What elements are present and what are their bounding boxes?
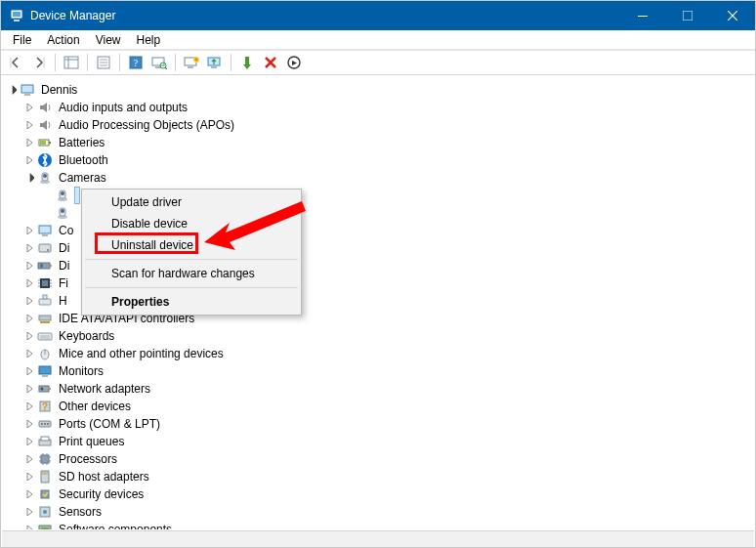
uninstall-device-button[interactable] — [260, 52, 281, 73]
expand-collapse-icon[interactable] — [21, 451, 37, 467]
category-label[interactable]: Keyboards — [57, 327, 116, 345]
expand-collapse-icon[interactable] — [21, 258, 37, 274]
menu-help[interactable]: Help — [129, 31, 169, 49]
expand-collapse-icon[interactable] — [21, 381, 37, 397]
svg-rect-22 — [211, 66, 217, 68]
update-driver-button[interactable] — [204, 52, 226, 73]
expand-collapse-icon[interactable] — [21, 399, 37, 414]
device-manager-icon — [9, 8, 24, 23]
root-node-label[interactable]: Dennis — [39, 81, 79, 99]
menu-action[interactable]: Action — [39, 31, 87, 49]
category-icon — [37, 416, 53, 432]
category-label[interactable]: Co — [57, 222, 75, 239]
category-icon — [37, 363, 53, 379]
svg-rect-4 — [683, 11, 693, 21]
toolbar: ? — [1, 50, 755, 75]
expand-collapse-icon[interactable] — [21, 275, 37, 291]
svg-rect-23 — [245, 57, 249, 65]
expand-collapse-icon[interactable] — [21, 293, 37, 309]
expand-collapse-icon[interactable] — [21, 152, 37, 168]
category-label[interactable]: Network adapters — [57, 380, 152, 398]
category-label[interactable]: Processors — [57, 450, 119, 468]
svg-rect-50 — [42, 280, 48, 286]
expand-collapse-icon[interactable] — [21, 504, 37, 520]
camera-device-icon — [55, 205, 70, 221]
category-label[interactable]: Cameras — [57, 169, 108, 187]
category-label[interactable]: Di — [57, 257, 71, 274]
properties-button[interactable] — [93, 52, 114, 73]
scan-hardware-button[interactable] — [148, 52, 170, 73]
toolbar-separator — [172, 52, 179, 73]
category-label[interactable]: Sensors — [57, 503, 104, 521]
svg-rect-3 — [638, 16, 648, 17]
expand-collapse-icon[interactable] — [21, 240, 37, 256]
back-button[interactable] — [5, 52, 26, 73]
maximize-button[interactable] — [665, 1, 710, 30]
category-label[interactable]: H — [57, 292, 69, 310]
category-label[interactable]: Audio Processing Objects (APOs) — [57, 116, 236, 134]
expand-collapse-icon[interactable] — [21, 328, 37, 344]
svg-marker-26 — [292, 61, 297, 65]
svg-rect-14 — [152, 58, 164, 65]
show-hide-tree-button[interactable] — [61, 52, 82, 73]
expand-collapse-icon[interactable] — [4, 82, 20, 98]
expand-collapse-icon[interactable] — [21, 434, 37, 449]
help-button[interactable]: ? — [125, 52, 147, 73]
context-menu-item[interactable]: Disable device — [84, 213, 299, 234]
category-icon — [37, 346, 53, 361]
close-button[interactable] — [710, 1, 755, 30]
device-label[interactable] — [74, 204, 80, 222]
expand-collapse-icon[interactable] — [21, 170, 37, 186]
category-label[interactable]: Ports (COM & LPT) — [57, 415, 162, 433]
expand-collapse-icon[interactable] — [21, 416, 37, 432]
menu-bar: File Action View Help — [1, 30, 755, 50]
forward-button[interactable] — [28, 52, 50, 73]
category-label[interactable]: Di — [57, 239, 71, 257]
toolbar-separator — [116, 52, 123, 73]
context-menu-item[interactable]: Update driver — [84, 191, 299, 213]
expand-collapse-icon[interactable] — [21, 469, 37, 485]
svg-point-70 — [41, 388, 44, 391]
svg-rect-67 — [42, 375, 48, 377]
category-label[interactable]: Audio inputs and outputs — [57, 99, 189, 116]
category-label[interactable]: Other devices — [57, 398, 133, 415]
svg-rect-43 — [42, 234, 48, 236]
expand-collapse-icon[interactable] — [21, 117, 37, 133]
category-label[interactable]: Security devices — [57, 485, 146, 503]
category-label[interactable]: Bluetooth — [57, 151, 110, 169]
menu-file[interactable]: File — [5, 31, 39, 49]
category-icon — [37, 293, 53, 309]
svg-rect-47 — [50, 265, 52, 267]
category-label[interactable]: Fi — [57, 274, 70, 292]
svg-rect-57 — [39, 299, 51, 305]
title-bar: Device Manager — [1, 1, 755, 30]
menu-view[interactable]: View — [88, 31, 129, 49]
category-icon — [37, 434, 53, 449]
enable-device-button[interactable] — [236, 52, 258, 73]
expand-collapse-icon[interactable] — [21, 363, 37, 379]
disable-device-button[interactable] — [283, 52, 305, 73]
device-label[interactable] — [74, 187, 80, 204]
category-label[interactable]: SD host adapters — [57, 468, 151, 485]
add-legacy-hardware-button[interactable] — [181, 52, 202, 73]
category-label[interactable]: Mice and other pointing devices — [57, 345, 226, 362]
svg-point-41 — [61, 209, 64, 213]
category-label[interactable]: Software components — [57, 521, 174, 529]
expand-collapse-icon[interactable] — [21, 135, 37, 150]
expand-collapse-icon[interactable] — [21, 223, 37, 238]
category-label[interactable]: Print queues — [57, 433, 126, 450]
context-menu-item[interactable]: Scan for hardware changes — [84, 263, 299, 284]
expand-collapse-icon[interactable] — [21, 346, 37, 361]
category-label[interactable]: Batteries — [57, 134, 106, 151]
svg-rect-95 — [41, 527, 49, 529]
minimize-button[interactable] — [620, 1, 665, 30]
expand-collapse-icon[interactable] — [21, 486, 37, 502]
expand-collapse-icon[interactable] — [21, 522, 37, 529]
context-menu-item[interactable]: Uninstall device — [84, 234, 299, 256]
category-icon — [37, 135, 53, 150]
toolbar-separator — [52, 52, 59, 73]
expand-collapse-icon[interactable] — [21, 311, 37, 326]
expand-collapse-icon[interactable] — [21, 100, 37, 115]
category-label[interactable]: Monitors — [57, 362, 105, 380]
context-menu-item[interactable]: Properties — [84, 291, 299, 313]
